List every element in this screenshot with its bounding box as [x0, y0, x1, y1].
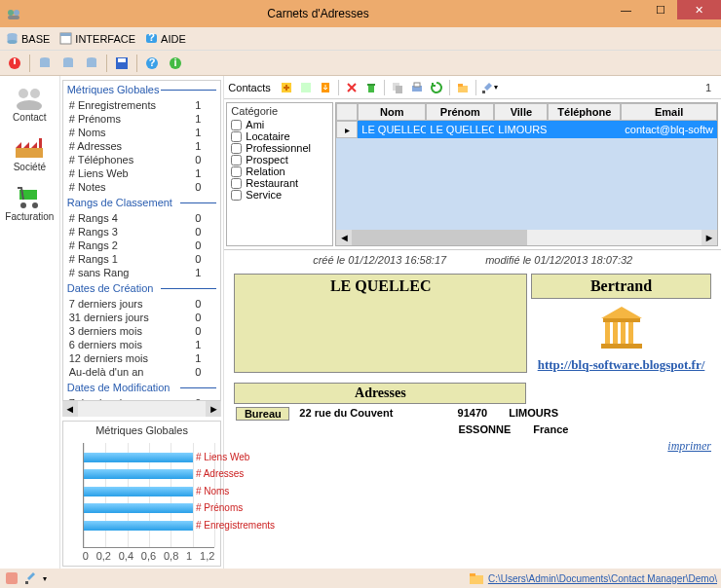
metrics-ranks-header: Rangs de Classement — [63, 194, 221, 211]
category-item[interactable]: Prospect — [227, 154, 332, 165]
detail-nom: LE QUELLEC — [234, 274, 527, 373]
new-contact-button[interactable] — [277, 78, 296, 97]
metric-row: 7 derniers jours0 — [63, 396, 221, 401]
tool-button[interactable]: ▾ — [479, 78, 499, 97]
addr-region: ESSONNE — [445, 423, 523, 435]
category-checkbox[interactable] — [231, 166, 242, 177]
category-item[interactable]: Locataire — [227, 130, 332, 142]
svg-point-34 — [32, 202, 38, 208]
table-row[interactable]: LE QUELLEC LE QUELLEC LIMOURS contact@bl… — [358, 121, 717, 138]
menu-interface[interactable]: INTERFACE — [59, 32, 135, 45]
svg-rect-11 — [14, 58, 16, 64]
rail-facturation[interactable]: Facturation — [0, 181, 58, 225]
maximize-button[interactable]: ☐ — [643, 0, 677, 19]
svg-rect-13 — [40, 59, 50, 67]
svg-rect-56 — [470, 575, 483, 584]
status-path[interactable]: C:\Users\Admin\Documents\Contact Manager… — [488, 573, 717, 584]
chart-bar: # Enregistrements — [84, 521, 193, 531]
svg-marker-47 — [601, 307, 642, 318]
svg-rect-17 — [87, 59, 96, 67]
col-prenom[interactable]: Prénom — [426, 103, 494, 121]
category-item[interactable]: Ami — [227, 119, 332, 130]
metric-row: # Adresses1 — [63, 139, 221, 153]
col-ville[interactable]: Ville — [494, 103, 548, 121]
addr-type: Bureau — [236, 407, 289, 421]
detail-pane: créé le 01/12/2013 16:58:17 modifié le 0… — [224, 249, 721, 569]
metric-row: # Rangs 40 — [63, 211, 221, 225]
contacts-grid-area: Catégorie AmiLocataireProfessionnelProsp… — [224, 99, 721, 249]
created-date: créé le 01/12/2013 16:58:17 — [313, 254, 446, 266]
modified-date: modifié le 01/12/2013 18:07:32 — [485, 254, 632, 266]
edit-contact-button[interactable] — [296, 78, 316, 97]
metric-row: # Rangs 30 — [63, 225, 221, 239]
folder-icon — [469, 570, 484, 586]
category-item[interactable]: Service — [227, 189, 332, 201]
metric-row: # Enregistrements1 — [63, 98, 221, 112]
metric-row: 31 derniers jours0 — [63, 311, 221, 324]
svg-rect-55 — [25, 581, 28, 584]
detail-link[interactable]: http://blq-software.blogspot.fr/ — [538, 357, 705, 372]
category-item[interactable]: Professionnel — [227, 142, 332, 154]
category-checkbox[interactable] — [231, 178, 242, 189]
status-icon-1[interactable] — [4, 570, 19, 586]
svg-point-26 — [17, 100, 42, 110]
category-item[interactable]: Relation — [227, 165, 332, 177]
svg-text:i: i — [173, 56, 176, 68]
svg-rect-27 — [16, 148, 43, 158]
metrics-panel[interactable]: Métriques Globales # Enregistrements1# P… — [62, 80, 222, 401]
svg-rect-53 — [601, 344, 642, 349]
close-button[interactable]: ✕ — [677, 0, 721, 19]
delete-button[interactable] — [342, 78, 361, 97]
category-checkbox[interactable] — [231, 143, 242, 154]
grid-h-scrollbar[interactable]: ◄► — [336, 230, 717, 245]
col-email[interactable]: Email — [621, 103, 717, 121]
export-button[interactable] — [316, 78, 335, 97]
minimize-button[interactable]: — — [609, 0, 643, 19]
category-checkbox[interactable] — [231, 190, 242, 201]
svg-point-1 — [14, 10, 19, 16]
db-button-1[interactable] — [34, 53, 56, 74]
col-tel[interactable]: Téléphone — [548, 103, 621, 121]
db-button-2[interactable] — [57, 53, 79, 74]
category-item[interactable]: Restaurant — [227, 177, 332, 189]
addresses-header: Adresses — [234, 383, 526, 404]
category-checkbox[interactable] — [231, 155, 242, 165]
main-toolbar: ? i — [0, 51, 721, 76]
contacts-grid[interactable]: Nom Prénom Ville Téléphone Email ▸ LE QU… — [335, 102, 718, 246]
rail-societe[interactable]: Société — [0, 131, 58, 175]
metric-row: # Liens Web1 — [63, 166, 221, 180]
col-nom[interactable]: Nom — [358, 103, 426, 121]
rail-contact[interactable]: Contact — [0, 82, 58, 126]
print-link[interactable]: imprimer — [234, 439, 711, 454]
quit-button[interactable] — [4, 53, 25, 74]
copy-button[interactable] — [388, 78, 407, 97]
menu-aide[interactable]: ? AIDE — [145, 32, 186, 45]
database-icon — [6, 32, 19, 45]
refresh-button[interactable] — [427, 78, 446, 97]
help-button[interactable]: ? — [141, 53, 163, 74]
metric-row: 6 derniers mois1 — [63, 338, 221, 351]
metrics-h-scrollbar[interactable]: ◄► — [62, 401, 222, 417]
status-icon-2[interactable] — [23, 570, 39, 586]
metric-row: 3 derniers mois0 — [63, 324, 221, 338]
db-button-3[interactable] — [81, 53, 102, 74]
print-button[interactable] — [407, 78, 427, 97]
svg-rect-50 — [613, 322, 618, 344]
save-button[interactable] — [111, 53, 133, 74]
metric-row: # Prénoms1 — [63, 112, 221, 126]
info-button[interactable]: i — [165, 53, 186, 74]
contacts-toolbar: Contacts ▾ 1 — [224, 76, 721, 99]
svg-rect-44 — [458, 86, 468, 92]
svg-rect-2 — [8, 16, 19, 19]
folder-button[interactable] — [453, 78, 473, 97]
category-checkbox[interactable] — [231, 120, 242, 130]
chart-bar: # Prénoms — [84, 503, 193, 513]
category-checkbox[interactable] — [231, 131, 242, 142]
trash-button[interactable] — [361, 78, 381, 97]
building-icon — [597, 303, 646, 351]
menu-base[interactable]: BASE — [6, 32, 50, 45]
window-title: Carnets d'Adresses — [27, 7, 609, 20]
chart-bar: # Adresses — [84, 469, 193, 479]
svg-text:?: ? — [148, 32, 155, 43]
metric-row: 12 derniers mois1 — [63, 351, 221, 365]
